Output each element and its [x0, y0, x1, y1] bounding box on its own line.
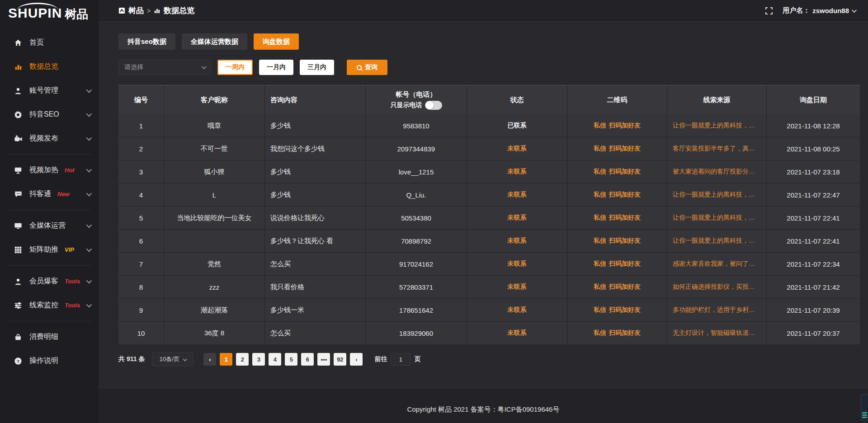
column-header-1: 编号 — [118, 85, 164, 114]
sidebar-item-label: 抖客通 — [29, 189, 51, 199]
fullscreen-icon[interactable] — [765, 7, 773, 14]
cell-source: 让你一眼就爱上的黑科技，能… — [667, 183, 766, 206]
lead-source-link[interactable]: 让你一眼就爱上的黑科技，能… — [673, 191, 761, 199]
cell-date: 2021-11-07 20:39 — [767, 299, 860, 321]
floating-widget[interactable] — [861, 394, 868, 420]
sidebar-item-monitor-stand[interactable]: 视频加热Hot — [0, 158, 99, 182]
sidebar-item-home[interactable]: 首页 — [0, 31, 99, 55]
private-message-link[interactable]: 私信 — [594, 191, 606, 199]
sidebar-item-user[interactable]: 账号管理 — [0, 79, 99, 103]
scan-add-friend-link[interactable]: 扫码加好友 — [609, 191, 641, 199]
sidebar-item-label: 首页 — [29, 38, 44, 47]
sidebar-item-badge: Tools — [65, 278, 80, 285]
page-size-value: 10条/页 — [160, 355, 179, 363]
page-button-3[interactable]: 3 — [252, 353, 265, 366]
page-button-4[interactable]: 4 — [269, 353, 281, 366]
scan-add-friend-link[interactable]: 扫码加好友 — [609, 168, 641, 176]
cell-status: 未联系 — [467, 160, 567, 183]
scan-add-friend-link[interactable]: 扫码加好友 — [609, 214, 641, 222]
lead-source-link[interactable]: 让你一眼就爱上的黑科技，能… — [673, 237, 761, 245]
scan-add-friend-link[interactable]: 扫码加好友 — [609, 329, 641, 337]
filter-select-placeholder: 请选择 — [124, 63, 143, 71]
scan-add-friend-link[interactable]: 扫码加好友 — [609, 306, 641, 314]
page-button-1[interactable]: 1 — [220, 353, 232, 366]
sidebar-item-bar-chart[interactable]: 数据总览 — [0, 55, 99, 79]
chevron-down-icon — [86, 111, 92, 117]
cell-nickname: 狐小狸 — [164, 160, 264, 183]
scan-add-friend-link[interactable]: 扫码加好友 — [609, 122, 641, 130]
phone-only-toggle[interactable] — [425, 101, 442, 110]
page-button-6[interactable]: 6 — [301, 353, 314, 366]
prev-page-button[interactable]: ‹ — [203, 353, 216, 366]
lead-source-link[interactable]: 无主灯设计，智能磁吸轨道灯… — [673, 329, 761, 337]
sidebar-item-label: 全媒体运营 — [29, 221, 66, 230]
cell-source: 无主灯设计，智能磁吸轨道灯… — [667, 322, 766, 344]
cell-account: 9583810 — [366, 114, 467, 137]
status-badge: 未联系 — [508, 283, 527, 291]
chevron-down-icon — [86, 246, 92, 252]
sidebar-item-sliders[interactable]: 线索监控Tools — [0, 293, 99, 317]
range-button-1[interactable]: 一周内 — [217, 60, 253, 75]
range-button-2[interactable]: 一月内 — [259, 60, 293, 75]
page-size-select[interactable]: 10条/页 — [152, 352, 193, 366]
cell-date: 2021-11-07 23:18 — [767, 160, 860, 183]
user-menu[interactable]: 用户名：zswodun88 — [783, 6, 855, 15]
range-button-3[interactable]: 三月内 — [300, 60, 334, 75]
table-header-row: 编号客户昵称咨询内容帐号（电话） 只显示电话 状态二维码线索来源询盘日期 — [118, 85, 860, 114]
tab-2[interactable]: 全媒体运营数据 — [182, 33, 247, 50]
main-content: 抖音seo数据全媒体运营数据询盘数据 请选择 一周内一月内三月内 查询 编号客户… — [99, 0, 868, 366]
private-message-link[interactable]: 私信 — [594, 145, 606, 153]
scan-add-friend-link[interactable]: 扫码加好友 — [609, 260, 641, 268]
lead-source-link[interactable]: 如何正确选择投影仪，买投影… — [673, 283, 761, 291]
cell-qr: 私信扫码加好友 — [567, 207, 667, 229]
cell-status: 未联系 — [467, 276, 567, 298]
private-message-link[interactable]: 私信 — [594, 237, 606, 245]
lead-source-link[interactable]: 让你一眼就爱上的黑科技，能… — [673, 214, 761, 222]
page-button-2[interactable]: 2 — [236, 353, 249, 366]
sidebar-item-gear[interactable]: 抖音SEO — [0, 103, 99, 127]
sidebar-item-chat[interactable]: 抖客通New — [0, 182, 99, 206]
scan-add-friend-link[interactable]: 扫码加好友 — [609, 145, 641, 153]
cell-id: 6 — [118, 230, 164, 252]
cell-nickname: zzz — [164, 276, 264, 298]
cell-date: 2021-11-07 22:41 — [767, 230, 860, 252]
toggle-knob — [425, 101, 434, 109]
cell-nickname: 潮起潮落 — [164, 299, 264, 321]
private-message-link[interactable]: 私信 — [594, 260, 606, 268]
lead-source-link[interactable]: 让你一眼就爱上的黑科技，能… — [673, 122, 761, 130]
private-message-link[interactable]: 私信 — [594, 306, 606, 314]
cell-qr: 私信扫码加好友 — [567, 160, 667, 183]
page-button-92[interactable]: 92 — [334, 353, 346, 366]
tab-3[interactable]: 询盘数据 — [254, 33, 299, 50]
private-message-link[interactable]: 私信 — [594, 283, 606, 291]
sidebar-item-member[interactable]: 会员爆客Tools — [0, 269, 99, 293]
column-header-8: 询盘日期 — [767, 85, 860, 114]
scan-add-friend-link[interactable]: 扫码加好友 — [609, 283, 641, 291]
lead-source-link[interactable]: 客厅安装投影半年多了，真实… — [673, 145, 761, 153]
sidebar-item-receipt[interactable]: 消费明细 — [0, 325, 99, 349]
cell-qr: 私信扫码加好友 — [567, 276, 667, 298]
page-ellipsis-button[interactable]: ••• — [317, 353, 330, 366]
goto-page-input[interactable] — [391, 353, 410, 366]
page-button-5[interactable]: 5 — [285, 353, 297, 366]
lead-source-link[interactable]: 被大家追着问的客厅投影分享… — [673, 168, 761, 176]
status-badge: 未联系 — [508, 260, 527, 268]
sidebar-item-grid[interactable]: 矩阵助推VIP — [0, 238, 99, 262]
next-page-button[interactable]: › — [350, 353, 363, 366]
scan-add-friend-link[interactable]: 扫码加好友 — [609, 237, 641, 245]
breadcrumb-root[interactable]: 树品 — [128, 5, 144, 16]
cell-qr: 私信扫码加好友 — [567, 114, 667, 137]
search-button[interactable]: 查询 — [347, 60, 387, 75]
lead-source-link[interactable]: 感谢大家喜欢我家，被问了好… — [673, 260, 761, 268]
private-message-link[interactable]: 私信 — [594, 329, 606, 337]
private-message-link[interactable]: 私信 — [594, 122, 606, 130]
sidebar-item-video-publish[interactable]: 视频发布 — [0, 127, 99, 150]
private-message-link[interactable]: 私信 — [594, 168, 606, 176]
sidebar-item-monitor[interactable]: 全媒体运营 — [0, 214, 99, 238]
sidebar-item-label: 消费明细 — [29, 332, 58, 342]
lead-source-link[interactable]: 多功能护栏灯，适用于乡村文… — [673, 306, 761, 314]
sidebar-item-question[interactable]: ?操作说明 — [0, 349, 99, 373]
filter-select[interactable]: 请选择 — [118, 60, 211, 75]
tab-1[interactable]: 抖音seo数据 — [118, 33, 175, 50]
private-message-link[interactable]: 私信 — [594, 214, 606, 222]
